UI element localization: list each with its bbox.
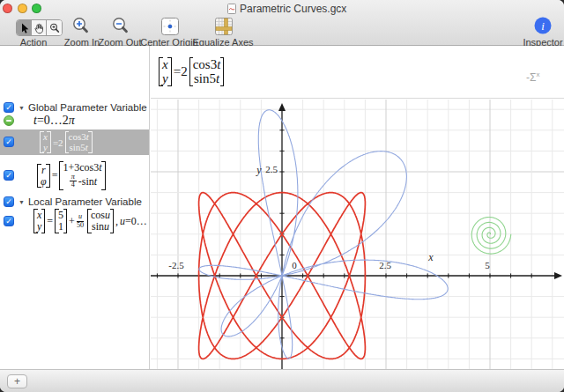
minimize-button[interactable] bbox=[18, 4, 27, 13]
equation-editor[interactable]: xy=2 cos3t sin5t -Σx bbox=[151, 46, 564, 99]
animation-stop-button[interactable] bbox=[4, 115, 14, 126]
svg-text:5: 5 bbox=[485, 260, 490, 270]
title-bar: Parametric Curves.gcx bbox=[0, 0, 564, 46]
checkbox-global-group[interactable]: ✓ bbox=[4, 102, 14, 113]
hand-icon bbox=[33, 22, 45, 34]
close-button[interactable] bbox=[3, 4, 12, 13]
select-tool-button[interactable] bbox=[17, 20, 32, 35]
zoom-window-button[interactable] bbox=[32, 4, 41, 13]
svg-text:2.5: 2.5 bbox=[379, 260, 391, 270]
center-origin-button[interactable] bbox=[160, 17, 180, 36]
action-tool-group bbox=[16, 19, 63, 36]
inspector-button[interactable]: i bbox=[533, 16, 553, 35]
svg-text:0: 0 bbox=[292, 260, 297, 270]
local-group-label: ▼ Local Parameter Variable bbox=[19, 196, 142, 207]
param-t-definition: t=0…2π bbox=[33, 114, 75, 128]
checkbox-eq-xy[interactable]: ✓ bbox=[4, 137, 14, 147]
add-equation-button[interactable]: + bbox=[7, 374, 27, 388]
svg-text:-2.5: -2.5 bbox=[168, 260, 184, 270]
disclosure-triangle-icon[interactable]: ▼ bbox=[19, 199, 25, 205]
equation-xy: xy=2 cos3t sin5t bbox=[38, 131, 94, 153]
window-title-group: Parametric Curves.gcx bbox=[227, 2, 346, 15]
sidebar-row-eq-xy[interactable]: ✓ xy=2 cos3t sin5t bbox=[0, 129, 150, 155]
pan-tool-button[interactable] bbox=[32, 20, 47, 35]
inspector-icon: i bbox=[533, 16, 553, 35]
svg-text:i: i bbox=[541, 19, 545, 33]
checkbox-local-group[interactable]: ✓ bbox=[4, 196, 14, 207]
checkbox-eq-rphi[interactable]: ✓ bbox=[4, 170, 14, 181]
global-group-label: ▼ Global Parameter Variable bbox=[19, 102, 147, 113]
equation-uv: xy=51+u50 cosu sinu ,u=0… bbox=[32, 209, 147, 233]
equalize-axes-icon bbox=[214, 17, 234, 36]
equation-rphi: rφ= 1+3cos3t π4-sint bbox=[35, 161, 108, 190]
disclosure-triangle-icon[interactable]: ▼ bbox=[19, 105, 25, 111]
sidebar-row-eq-uv[interactable]: ✓ xy=51+u50 cosu sinu ,u=0… bbox=[0, 208, 150, 234]
center-origin-icon bbox=[160, 17, 180, 36]
zoom-out-button[interactable] bbox=[111, 17, 130, 36]
editor-equation-xy: xy=2 cos3t sin5t bbox=[157, 57, 226, 87]
minus-icon bbox=[6, 120, 11, 122]
svg-text:2.5: 2.5 bbox=[265, 164, 278, 174]
checkbox-eq-uv[interactable]: ✓ bbox=[4, 216, 14, 226]
zoom-in-button[interactable] bbox=[71, 17, 91, 36]
document-icon bbox=[227, 4, 236, 14]
svg-text:x: x bbox=[427, 251, 434, 263]
sidebar-row-global-group[interactable]: ✓ ▼ Global Parameter Variable bbox=[0, 100, 150, 115]
graph-canvas[interactable]: -2.502.552.5xy bbox=[151, 100, 564, 369]
zoom-in-icon bbox=[71, 17, 91, 36]
zoom-out-icon bbox=[111, 17, 130, 36]
sidebar-row-param-t[interactable]: t=0…2π bbox=[0, 114, 150, 128]
math-palette-button[interactable]: -Σx bbox=[526, 70, 539, 84]
window-title: Parametric Curves.gcx bbox=[240, 3, 346, 15]
cursor-icon bbox=[19, 22, 29, 34]
app-window: Parametric Curves.gcx bbox=[0, 0, 564, 392]
equalize-axes-button[interactable] bbox=[214, 17, 234, 36]
sidebar-row-eq-rphi[interactable]: ✓ rφ= 1+3cos3t π4-sint bbox=[0, 158, 150, 194]
bottom-bar: + bbox=[0, 369, 564, 392]
zoom-region-tool-button[interactable] bbox=[47, 20, 62, 35]
svg-text:y: y bbox=[256, 164, 262, 176]
magnifier-plus-icon bbox=[49, 23, 60, 33]
sidebar: ✓ ▼ Global Parameter Variable t=0…2π ✓ x… bbox=[0, 46, 150, 369]
sidebar-row-local-group[interactable]: ✓ ▼ Local Parameter Variable bbox=[0, 195, 150, 209]
